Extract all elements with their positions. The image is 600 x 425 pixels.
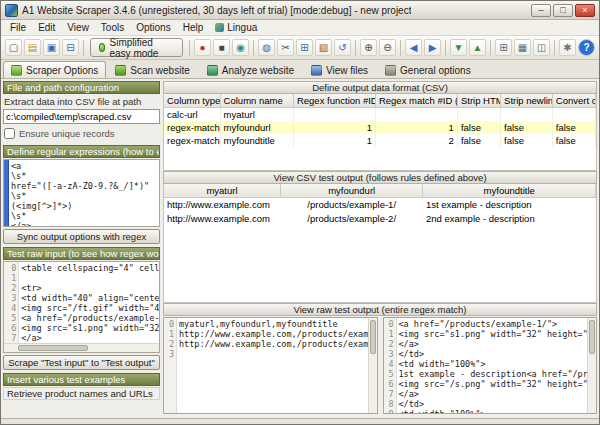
analyze-website-icon: [207, 65, 218, 76]
minimize-button[interactable]: –: [531, 4, 551, 17]
toolbar-separator: [400, 40, 401, 56]
column-header-name[interactable]: Column name: [220, 94, 293, 108]
easy-mode-icon: [99, 43, 106, 52]
column-header-regex-match[interactable]: Regex match #ID ( ): [375, 94, 457, 108]
move-down-icon[interactable]: ▼: [450, 39, 467, 56]
copy-icon[interactable]: ⊞: [296, 39, 313, 56]
toolbar-file-group: ▢▤▣⊟: [4, 39, 80, 56]
vertical-scrollbar[interactable]: [587, 318, 596, 413]
open-folder-icon[interactable]: ▤: [24, 39, 41, 56]
column-header-strip-html[interactable]: Strip HTML: [457, 94, 500, 108]
raw-output-area: 0123 myaturl,myfoundurl,myfoundtitlehttp…: [163, 316, 597, 416]
table-cell: myfoundurl: [220, 121, 293, 134]
zoom-in-icon[interactable]: ⊕: [360, 39, 377, 56]
tab-general-options[interactable]: General options: [377, 61, 479, 78]
scrollbar-thumb[interactable]: [589, 320, 595, 354]
column-header-regex-function[interactable]: Regex function #ID: [293, 94, 375, 108]
unique-records-row[interactable]: Ensure unique records: [3, 125, 160, 142]
menu-bar: File Edit View Tools Options Help Lingua: [1, 20, 599, 36]
test-input-editor[interactable]: 01234567891011 <table cellspacing="4" ce…: [3, 261, 160, 353]
unique-records-checkbox[interactable]: [4, 128, 15, 139]
raw-output-right-pane[interactable]: 0123456789 <a href="/products/example-1/…: [383, 317, 598, 414]
table-cell: false: [501, 134, 553, 147]
format-table-area: Column type Column name Regex function #…: [163, 94, 597, 171]
regex-lines: <a\s*href="([-a-zA-Z0-9.?&_/]*)"\s*(<img…: [9, 160, 159, 226]
example-retrieve-products[interactable]: Retrieve product names and URLs: [3, 387, 160, 400]
column-header-convert-case[interactable]: Convert case: [552, 94, 595, 108]
table-cell: 1: [293, 121, 375, 134]
scrape-test-button[interactable]: Scrape "Test input" to "Test output": [3, 355, 160, 370]
menu-item-lingua[interactable]: Lingua: [209, 21, 263, 34]
regex-editor[interactable]: <a\s*href="([-a-zA-Z0-9.?&_/]*)"\s*(<img…: [3, 159, 160, 227]
column-header-myaturl[interactable]: myaturl: [164, 184, 281, 198]
line-number-gutter: 0123456789: [384, 318, 397, 413]
scrollbar-thumb[interactable]: [370, 320, 376, 354]
scraper-options-icon: [11, 65, 22, 76]
vertical-scrollbar[interactable]: [368, 318, 377, 413]
settings-icon[interactable]: ✱: [559, 39, 576, 56]
column-header-type[interactable]: Column type: [164, 94, 220, 108]
stop-icon[interactable]: ■: [213, 39, 230, 56]
table-cell: false: [552, 134, 595, 147]
grid-view-icon[interactable]: ▦: [514, 39, 531, 56]
record-icon[interactable]: ●: [194, 39, 211, 56]
help-icon[interactable]: ?: [578, 39, 595, 56]
sync-output-button[interactable]: Sync output options with regex: [3, 229, 160, 244]
menu-item-options[interactable]: Options: [130, 21, 176, 34]
table-row[interactable]: calc-urlmyaturl: [164, 108, 596, 122]
examples-header: Insert various test examples: [3, 373, 160, 386]
table-cell: 2nd example - description: [423, 212, 596, 226]
close-button[interactable]: ×: [575, 4, 595, 17]
table-cell: false: [457, 134, 500, 147]
undo-icon[interactable]: ↺: [334, 39, 351, 56]
menu-item-help[interactable]: Help: [177, 21, 210, 34]
tab-label: View files: [326, 65, 368, 76]
menu-item-view[interactable]: View: [61, 21, 95, 34]
menu-item-file[interactable]: File: [4, 21, 32, 34]
regex-section-header: Define regular expressions (how to ext..…: [3, 145, 160, 158]
tab-view-files[interactable]: View files: [303, 61, 376, 78]
tab-scraper-options[interactable]: Scraper Options: [3, 61, 106, 78]
debug-run-icon[interactable]: ◉: [232, 39, 249, 56]
move-up-icon[interactable]: ▲: [469, 39, 486, 56]
table-row[interactable]: http://www.example.com/products/example-…: [164, 212, 596, 226]
app-icon: [5, 4, 18, 17]
menu-item-edit[interactable]: Edit: [32, 21, 61, 34]
globe-icon[interactable]: ◍: [258, 39, 275, 56]
paste-icon[interactable]: ▧: [315, 39, 332, 56]
table-row[interactable]: regex-matchmyfoundurl11falsefalsefalse: [164, 121, 596, 134]
export-icon[interactable]: ⊟: [62, 39, 79, 56]
simplified-easy-mode-button[interactable]: Simplified easy mode: [90, 38, 184, 57]
table-row[interactable]: http://www.example.com/products/example-…: [164, 198, 596, 212]
raw-output-left-lines: myaturl,myfoundurl,myfoundtitlehttp://ww…: [177, 318, 368, 413]
tab-scan-website[interactable]: Scan website: [107, 61, 197, 78]
table-row[interactable]: regex-matchmyfoundtitle12falsefalsefalse: [164, 134, 596, 147]
column-header-myfoundtitle[interactable]: myfoundtitle: [423, 184, 596, 198]
csv-path-input[interactable]: [3, 109, 160, 124]
back-icon[interactable]: ◀: [405, 39, 422, 56]
menu-item-tools[interactable]: Tools: [95, 21, 130, 34]
horizontal-scrollbar[interactable]: [4, 343, 159, 352]
tab-analyze-website[interactable]: Analyze website: [199, 61, 302, 78]
split-view-icon[interactable]: ◫: [533, 39, 550, 56]
left-panel: File and path configuration Extract data…: [3, 81, 160, 416]
scrollbar-thumb[interactable]: [18, 345, 88, 351]
save-icon[interactable]: ▣: [43, 39, 60, 56]
table-cell: regex-match: [164, 134, 220, 147]
cut-icon[interactable]: ✂: [277, 39, 294, 56]
table-cell: false: [457, 121, 500, 134]
maximize-button[interactable]: □: [553, 4, 573, 17]
title-bar[interactable]: A1 Website Scraper 3.4.6 (unregistered, …: [1, 1, 599, 20]
raw-output-left-pane[interactable]: 0123 myaturl,myfoundurl,myfoundtitlehttp…: [163, 317, 378, 414]
column-header-myfoundurl[interactable]: myfoundurl: [281, 184, 423, 198]
column-header-strip-newlines[interactable]: Strip newlines: [501, 94, 553, 108]
forward-icon[interactable]: ▶: [424, 39, 441, 56]
toolbar-separator: [445, 40, 446, 56]
zoom-out-icon[interactable]: ⊖: [379, 39, 396, 56]
table-header-row: Column type Column name Regex function #…: [164, 94, 596, 108]
view-files-icon: [311, 65, 322, 76]
new-file-icon[interactable]: ▢: [5, 39, 22, 56]
table-view-icon[interactable]: ⊞: [495, 39, 512, 56]
table-cell: [375, 108, 457, 122]
app-window: A1 Website Scraper 3.4.6 (unregistered, …: [0, 0, 600, 425]
